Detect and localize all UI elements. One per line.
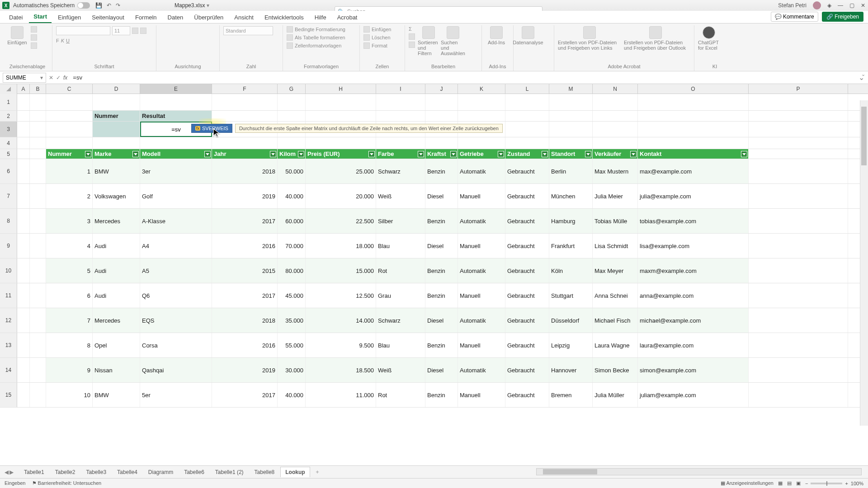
accessibility-status[interactable]: ⚑ Barrierefreiheit: Untersuchen bbox=[32, 480, 102, 486]
accept-formula-icon[interactable]: ✓ bbox=[56, 75, 61, 81]
cell-standort[interactable]: Hannover bbox=[549, 358, 593, 382]
cell[interactable] bbox=[30, 159, 46, 183]
cell-modell[interactable]: EQS bbox=[140, 308, 212, 333]
filter-icon[interactable] bbox=[542, 151, 548, 157]
cell[interactable] bbox=[749, 308, 848, 333]
row-header[interactable]: 1 bbox=[0, 94, 17, 110]
cell-kraftstoff[interactable]: Benzin bbox=[425, 333, 458, 357]
ribbon-tab-start[interactable]: Start bbox=[29, 11, 52, 23]
number-format-dropdown[interactable]: Standard bbox=[223, 26, 273, 35]
row-header[interactable]: 8 bbox=[0, 209, 17, 233]
cell-jahr[interactable]: 2019 bbox=[212, 184, 278, 208]
font-size-dropdown[interactable]: 11 bbox=[112, 26, 130, 35]
col-header-M[interactable]: M bbox=[549, 84, 593, 94]
cell[interactable] bbox=[749, 122, 848, 137]
cell[interactable] bbox=[30, 94, 46, 110]
cell-kraftstoff[interactable]: Diesel bbox=[425, 234, 458, 258]
cell[interactable] bbox=[749, 258, 848, 283]
lookup-nummer-header[interactable]: Nummer bbox=[93, 111, 140, 121]
cell-jahr[interactable]: 2019 bbox=[212, 358, 278, 382]
cell-nummer[interactable]: 7 bbox=[46, 308, 93, 333]
table-header[interactable]: Getriebe bbox=[458, 149, 505, 159]
table-header[interactable]: Kontakt bbox=[638, 149, 749, 159]
cell-preis[interactable]: 22.500 bbox=[306, 209, 376, 233]
cell-farbe[interactable]: Rot bbox=[376, 258, 425, 283]
view-layout-icon[interactable]: ▤ bbox=[787, 480, 792, 486]
filter-icon[interactable] bbox=[418, 151, 424, 157]
cell[interactable] bbox=[17, 383, 30, 407]
pdf-outlook-button[interactable]: Erstellen von PDF-Dateien und Freigeben … bbox=[624, 26, 687, 51]
cell[interactable] bbox=[306, 94, 376, 110]
cell-modell[interactable]: Q6 bbox=[140, 283, 212, 308]
cell-verkaeufer[interactable]: Anna Schnei bbox=[593, 283, 638, 308]
cell-marke[interactable]: Mercedes bbox=[93, 308, 140, 333]
cell[interactable] bbox=[749, 358, 848, 382]
cell-jahr[interactable]: 2017 bbox=[212, 283, 278, 308]
row-header[interactable]: 3 bbox=[0, 122, 17, 137]
cell-preis[interactable]: 18.000 bbox=[306, 234, 376, 258]
cell[interactable] bbox=[749, 283, 848, 308]
share-button[interactable]: 🔗 Freigeben bbox=[822, 12, 863, 22]
cell-kraftstoff[interactable]: Benzin bbox=[425, 258, 458, 283]
ribbon-tab-überprüfen[interactable]: Überprüfen bbox=[189, 12, 228, 23]
filter-icon[interactable] bbox=[630, 151, 637, 157]
cell-getriebe[interactable]: Manuell bbox=[458, 234, 505, 258]
cell-farbe[interactable]: Silber bbox=[376, 209, 425, 233]
cell-zustand[interactable]: Gebraucht bbox=[505, 283, 549, 308]
col-header-B[interactable]: B bbox=[30, 84, 46, 94]
cell-verkaeufer[interactable]: Max Mustern bbox=[593, 159, 638, 183]
row-header[interactable]: 13 bbox=[0, 333, 17, 357]
sheet-tab[interactable]: Tabelle3 bbox=[81, 467, 111, 477]
cell[interactable] bbox=[638, 111, 749, 121]
vertical-scrollbar[interactable] bbox=[860, 100, 868, 426]
cell-km[interactable]: 30.000 bbox=[278, 358, 306, 382]
cell-kontakt[interactable]: maxm@example.com bbox=[638, 258, 749, 283]
cell[interactable] bbox=[749, 209, 848, 233]
cell[interactable] bbox=[458, 137, 505, 149]
cell-getriebe[interactable]: Automatik bbox=[458, 308, 505, 333]
cell-km[interactable]: 50.000 bbox=[278, 159, 306, 183]
sort-filter-button[interactable]: Sortieren und Filtern bbox=[418, 26, 439, 56]
cell[interactable] bbox=[30, 258, 46, 283]
cell-verkaeufer[interactable]: Lisa Schmidt bbox=[593, 234, 638, 258]
col-header-N[interactable]: N bbox=[593, 84, 638, 94]
cell-zustand[interactable]: Gebraucht bbox=[505, 209, 549, 233]
cell-modell[interactable]: A-Klasse bbox=[140, 209, 212, 233]
col-header-A[interactable]: A bbox=[17, 84, 30, 94]
cell-jahr[interactable]: 2018 bbox=[212, 159, 278, 183]
cell-preis[interactable]: 12.500 bbox=[306, 283, 376, 308]
close-icon[interactable]: ✕ bbox=[861, 2, 865, 9]
data-analysis-button[interactable]: Datenanalyse bbox=[517, 26, 539, 45]
add-sheet-button[interactable]: ＋ bbox=[315, 468, 320, 476]
cell-nummer[interactable]: 1 bbox=[46, 159, 93, 183]
cell-modell[interactable]: A4 bbox=[140, 234, 212, 258]
cell[interactable] bbox=[17, 94, 30, 110]
cell[interactable] bbox=[30, 137, 46, 149]
cell[interactable] bbox=[212, 111, 278, 121]
cell-preis[interactable]: 14.000 bbox=[306, 308, 376, 333]
cell[interactable] bbox=[30, 383, 46, 407]
row-header[interactable]: 9 bbox=[0, 234, 17, 258]
ribbon-tab-acrobat[interactable]: Acrobat bbox=[333, 12, 362, 23]
row-header[interactable]: 11 bbox=[0, 283, 17, 308]
cell[interactable] bbox=[749, 383, 848, 407]
cell-verkaeufer[interactable]: Julia Meier bbox=[593, 184, 638, 208]
cell[interactable] bbox=[749, 333, 848, 357]
undo-icon[interactable]: ↶ bbox=[107, 2, 111, 9]
view-normal-icon[interactable]: ▦ bbox=[778, 480, 783, 486]
cell[interactable] bbox=[749, 149, 848, 159]
cell-preis[interactable]: 20.000 bbox=[306, 184, 376, 208]
cell-nummer[interactable]: 10 bbox=[46, 383, 93, 407]
row-header[interactable]: 14 bbox=[0, 358, 17, 382]
cell-standort[interactable]: Düsseldorf bbox=[549, 308, 593, 333]
cell-jahr[interactable]: 2015 bbox=[212, 258, 278, 283]
spreadsheet-grid[interactable]: ABCDEFGHIJKLMNOP 12NummerResultat3=sv45N… bbox=[0, 84, 868, 465]
row-header[interactable]: 5 bbox=[0, 149, 17, 159]
cell-getriebe[interactable]: Automatik bbox=[458, 258, 505, 283]
cell-kontakt[interactable]: laura@example.com bbox=[638, 333, 749, 357]
cell[interactable] bbox=[593, 111, 638, 121]
ribbon-tab-seitenlayout[interactable]: Seitenlayout bbox=[87, 12, 129, 23]
select-all-corner[interactable] bbox=[0, 84, 17, 94]
cell-marke[interactable]: BMW bbox=[93, 159, 140, 183]
cell[interactable] bbox=[17, 209, 30, 233]
